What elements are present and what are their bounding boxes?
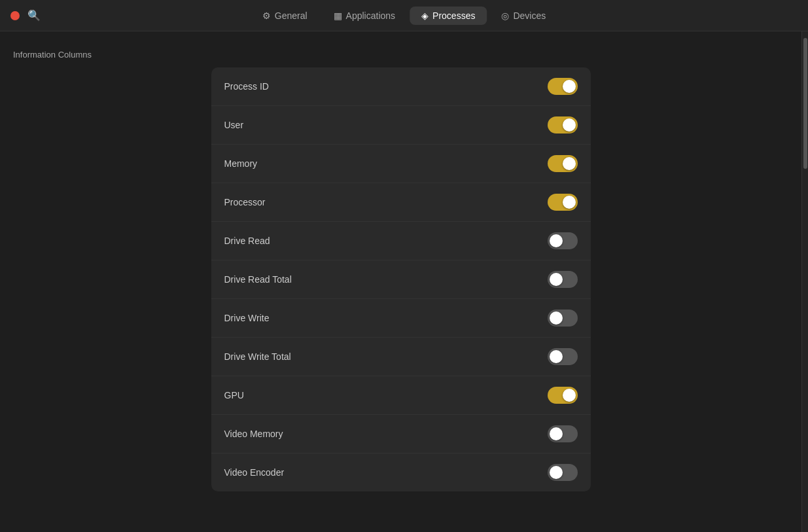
row-label-0: Process ID [224, 81, 269, 92]
topbar-tabs: ⚙General▦Applications◈Processes◎Devices [251, 7, 557, 25]
settings-row: Drive Read [211, 222, 591, 260]
toggle-knob-4 [550, 234, 563, 247]
general-label: General [275, 10, 307, 21]
row-label-1: User [224, 120, 244, 130]
close-button[interactable] [10, 11, 20, 20]
row-label-8: GPU [224, 390, 244, 400]
search-icon[interactable]: 🔍 [27, 9, 41, 22]
section-title: Information Columns [13, 50, 788, 60]
toggle-knob-1 [563, 118, 576, 132]
toggle-5[interactable] [548, 271, 578, 288]
processes-label: Processes [432, 10, 475, 21]
settings-row: Processor [211, 183, 591, 222]
general-icon: ⚙ [262, 10, 271, 21]
topbar-left: 🔍 [10, 9, 41, 22]
row-label-3: Processor [224, 197, 266, 207]
toggle-2[interactable] [548, 155, 578, 172]
devices-icon: ◎ [501, 10, 509, 21]
toggle-knob-7 [550, 350, 563, 363]
applications-label: Applications [346, 10, 396, 21]
toggle-knob-9 [550, 427, 563, 440]
applications-icon: ▦ [334, 10, 342, 21]
toggle-9[interactable] [548, 425, 578, 442]
scrollbar-thumb[interactable] [803, 38, 807, 169]
settings-row: Drive Read Total [211, 260, 591, 299]
toggle-1[interactable] [548, 116, 578, 133]
row-label-2: Memory [224, 158, 258, 169]
processes-icon: ◈ [421, 10, 429, 21]
toggle-0[interactable] [548, 78, 578, 95]
devices-label: Devices [513, 10, 546, 21]
scrollbar-track[interactable] [801, 31, 808, 532]
settings-row: Process ID [211, 67, 591, 106]
toggle-4[interactable] [548, 232, 578, 249]
toggle-knob-0 [563, 80, 576, 93]
row-label-10: Video Encoder [224, 467, 285, 478]
settings-card: Process IDUserMemoryProcessorDrive ReadD… [211, 67, 591, 491]
toggle-knob-3 [563, 196, 576, 209]
settings-row: GPU [211, 376, 591, 415]
settings-row: Drive Write [211, 299, 591, 338]
settings-row: Video Memory [211, 415, 591, 453]
settings-row: Drive Write Total [211, 338, 591, 376]
toggle-knob-6 [550, 311, 563, 325]
settings-row: User [211, 106, 591, 145]
tab-general[interactable]: ⚙General [251, 7, 319, 25]
settings-row: Video Encoder [211, 453, 591, 491]
toggle-3[interactable] [548, 194, 578, 211]
row-label-4: Drive Read [224, 236, 270, 246]
row-label-9: Video Memory [224, 429, 283, 439]
topbar: 🔍 ⚙General▦Applications◈Processes◎Device… [0, 0, 808, 31]
toggle-knob-5 [550, 273, 563, 286]
row-label-6: Drive Write [224, 313, 270, 323]
settings-row: Memory [211, 145, 591, 183]
toggle-knob-10 [550, 466, 563, 479]
tab-processes[interactable]: ◈Processes [410, 7, 487, 25]
tab-devices[interactable]: ◎Devices [489, 7, 557, 25]
toggle-7[interactable] [548, 348, 578, 365]
settings-area: Information Columns Process IDUserMemory… [0, 31, 801, 532]
row-label-5: Drive Read Total [224, 274, 292, 285]
main-content: Information Columns Process IDUserMemory… [0, 31, 808, 532]
tab-applications[interactable]: ▦Applications [322, 7, 408, 25]
toggle-knob-2 [563, 157, 576, 170]
toggle-6[interactable] [548, 310, 578, 327]
toggle-10[interactable] [548, 464, 578, 481]
row-label-7: Drive Write Total [224, 351, 291, 362]
toggle-8[interactable] [548, 387, 578, 404]
toggle-knob-8 [563, 389, 576, 402]
